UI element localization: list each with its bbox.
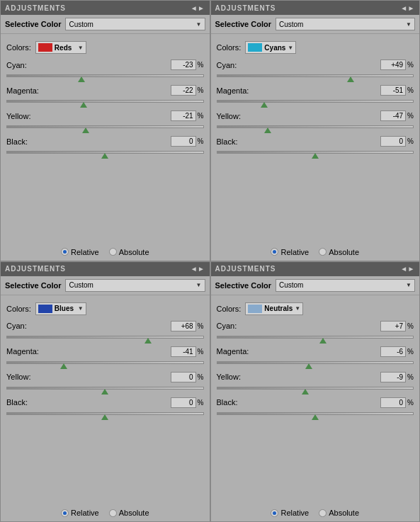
slider-thumb[interactable] [144,338,152,344]
slider-track-container[interactable] [6,332,204,342]
radio-relative[interactable]: Relative [61,248,99,256]
slider-value-input[interactable]: 0 [171,397,196,408]
color-dropdown[interactable]: Cyans ▼ [245,41,296,54]
radio-circle [271,509,278,517]
slider-value-input[interactable]: -51 [380,85,406,96]
slider-track-container[interactable] [6,71,204,81]
slider-value-input[interactable]: -22 [171,85,196,96]
slider-thumb[interactable] [80,102,87,108]
slider-thumb[interactable] [319,338,327,344]
slider-value-input[interactable]: -41 [171,346,196,357]
slider-value-input[interactable]: -6 [380,346,406,357]
panel-header-collapse[interactable]: ◄► [191,4,205,12]
slider-track [217,125,414,128]
radio-row: Relative Absolute [6,509,204,517]
slider-value-input[interactable]: 0 [380,397,406,408]
radio-absolute[interactable]: Absolute [319,509,359,517]
slider-value-input[interactable]: +68 [171,321,196,331]
slider-value-input[interactable]: +49 [380,59,406,70]
slider-thumb[interactable] [302,389,309,395]
radio-absolute[interactable]: Absolute [109,509,149,517]
radio-absolute[interactable]: Absolute [109,248,149,256]
radio-label: Absolute [329,509,359,517]
slider-value-group: 0 % [171,372,204,382]
panel-blues: ADJUSTMENTS ◄► Selective Color Custom ▼ … [0,261,210,523]
slider-value-input[interactable]: -9 [380,372,406,382]
slider-value-input[interactable]: +7 [380,321,406,331]
colors-label: Colors: [6,305,31,313]
radio-relative[interactable]: Relative [61,509,99,517]
panel-header-collapse[interactable]: ◄► [400,265,415,273]
slider-value-input[interactable]: 0 [171,372,196,382]
slider-track-container[interactable] [217,147,414,157]
preset-dropdown[interactable]: Custom ▼ [276,18,415,30]
slider-label-row: Yellow: -21 % [6,110,204,121]
slider-track-container[interactable] [6,147,204,157]
slider-track-container[interactable] [6,358,204,368]
panel-header-title: ADJUSTMENTS [215,265,276,273]
slider-thumb[interactable] [347,76,354,82]
slider-track-container[interactable] [6,122,204,132]
preset-dropdown-arrow: ▼ [406,21,412,28]
percent-label: % [407,373,414,381]
preset-dropdown[interactable]: Custom ▼ [65,18,205,30]
slider-value-group: -23 % [171,59,204,70]
preset-dropdown[interactable]: Custom ▼ [276,279,415,292]
slider-value-group: 0 % [171,136,204,147]
slider-value-group: +49 % [380,59,414,70]
radio-absolute[interactable]: Absolute [319,248,359,256]
slider-thumb[interactable] [101,389,108,395]
slider-label: Magenta: [6,86,39,95]
slider-track-container[interactable] [217,409,414,419]
slider-thumb[interactable] [101,414,108,420]
preset-dropdown[interactable]: Custom ▼ [65,279,205,292]
radio-row: Relative Absolute [217,248,414,256]
radio-row: Relative Absolute [217,509,414,517]
slider-row-3: Black: 0 % [6,397,204,419]
slider-track-container[interactable] [6,96,204,106]
slider-label: Cyan: [217,61,237,69]
slider-track [6,336,204,339]
slider-thumb[interactable] [261,102,268,108]
slider-value-input[interactable]: -21 [171,110,196,121]
slider-thumb[interactable] [101,153,108,159]
panel-reds: ADJUSTMENTS ◄► Selective Color Custom ▼ … [0,0,210,261]
preset-dropdown-arrow: ▼ [196,21,202,28]
color-swatch [38,305,52,313]
slider-thumb[interactable] [60,363,67,369]
slider-value-input[interactable]: -23 [171,59,196,70]
slider-thumb[interactable] [264,127,271,133]
slider-track-container[interactable] [6,383,204,393]
slider-track-container[interactable] [217,71,414,81]
color-dropdown[interactable]: Blues ▼ [35,302,86,315]
radio-circle [271,248,278,256]
colors-row: Colors: Cyans ▼ [217,41,414,54]
slider-thumb[interactable] [312,414,319,420]
slider-track-container[interactable] [6,409,204,419]
slider-thumb[interactable] [305,363,312,369]
slider-value-input[interactable]: 0 [171,136,196,147]
slider-track [217,74,414,77]
color-dropdown[interactable]: Reds ▼ [35,41,86,54]
radio-relative[interactable]: Relative [271,248,309,256]
slider-track-container[interactable] [217,358,414,368]
slider-track-container[interactable] [217,332,414,342]
slider-value-input[interactable]: -47 [380,110,406,121]
slider-track [217,412,414,415]
color-dropdown[interactable]: Neutrals ▼ [245,302,303,315]
slider-value-group: -22 % [171,85,204,96]
slider-thumb[interactable] [312,153,319,159]
color-swatch [248,43,262,52]
slider-track-container[interactable] [217,96,414,106]
slider-label: Cyan: [6,322,27,330]
slider-thumb[interactable] [82,127,89,133]
panel-header-collapse[interactable]: ◄► [400,4,415,12]
slider-track [6,361,204,364]
slider-track-container[interactable] [217,122,414,132]
slider-label: Magenta: [217,347,249,356]
panel-header-collapse[interactable]: ◄► [191,265,205,273]
slider-thumb[interactable] [78,76,85,82]
slider-value-input[interactable]: 0 [380,136,406,147]
slider-track-container[interactable] [217,383,414,393]
radio-relative[interactable]: Relative [271,509,309,517]
